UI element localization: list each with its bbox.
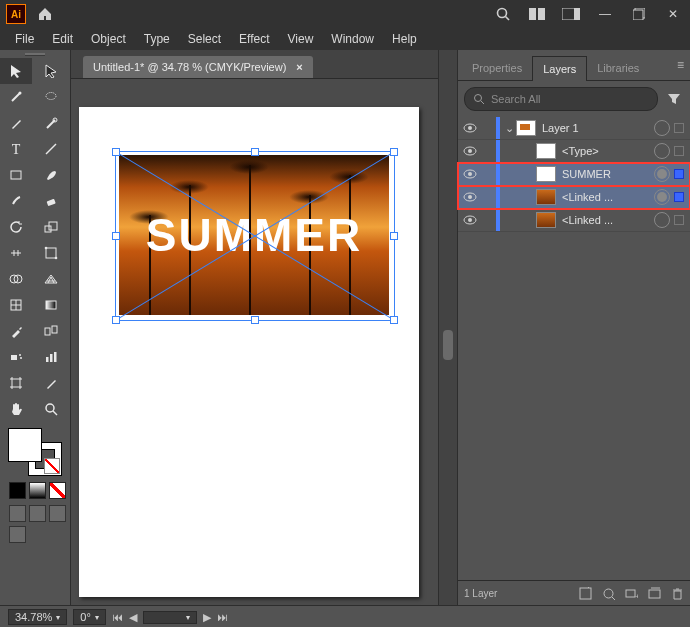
mesh-tool[interactable]: [0, 292, 32, 318]
free-transform-tool[interactable]: [35, 240, 67, 266]
blend-tool[interactable]: [35, 318, 67, 344]
artboard-tool[interactable]: [0, 370, 32, 396]
selection-indicator[interactable]: [674, 146, 684, 156]
menu-file[interactable]: File: [6, 29, 43, 49]
workspace-switcher-icon[interactable]: [554, 0, 588, 28]
document-tab[interactable]: Untitled-1* @ 34.78 % (CMYK/Preview) ×: [83, 56, 313, 78]
paintbrush-tool[interactable]: [35, 162, 67, 188]
layer-thumbnail[interactable]: [536, 212, 556, 228]
color-mode-icon[interactable]: [9, 482, 26, 499]
scrollbar-thumb[interactable]: [443, 330, 453, 360]
shape-builder-tool[interactable]: [0, 266, 32, 292]
artboard-prev-first-icon[interactable]: ⏮: [112, 611, 123, 623]
menu-window[interactable]: Window: [322, 29, 383, 49]
layer-name[interactable]: <Type>: [562, 145, 654, 157]
layer-thumbnail[interactable]: [536, 189, 556, 205]
screen-mode-icon[interactable]: [9, 526, 26, 543]
handle-se[interactable]: [390, 316, 398, 324]
search-icon[interactable]: [486, 0, 520, 28]
layer-thumbnail[interactable]: [536, 166, 556, 182]
magic-wand-tool[interactable]: [0, 84, 32, 110]
toolbox-grip[interactable]: [0, 50, 70, 58]
perspective-grid-tool[interactable]: [35, 266, 67, 292]
scale-tool[interactable]: [35, 214, 67, 240]
selection-indicator[interactable]: [674, 123, 684, 133]
shaper-tool[interactable]: [0, 188, 32, 214]
layer-name[interactable]: <Linked ...: [562, 214, 654, 226]
selection-bounding-box[interactable]: [115, 151, 395, 321]
layer-row[interactable]: <Linked ...: [458, 209, 690, 232]
artboard[interactable]: SUMMER: [79, 107, 419, 597]
selection-indicator[interactable]: [674, 192, 684, 202]
visibility-toggle-icon[interactable]: [458, 146, 482, 156]
fill-stroke-controls[interactable]: [0, 422, 70, 549]
width-tool[interactable]: [0, 240, 32, 266]
selection-indicator[interactable]: [674, 215, 684, 225]
handle-sw[interactable]: [112, 316, 120, 324]
handle-ne[interactable]: [390, 148, 398, 156]
panel-menu-icon[interactable]: ≡: [677, 58, 684, 72]
locate-object-icon[interactable]: [579, 587, 592, 600]
eyedropper-tool[interactable]: [0, 318, 32, 344]
artboard-next-last-icon[interactable]: ⏭: [217, 611, 228, 623]
handle-nw[interactable]: [112, 148, 120, 156]
target-icon[interactable]: [654, 166, 670, 182]
draw-inside-icon[interactable]: [49, 505, 66, 522]
zoom-tool[interactable]: [35, 396, 67, 422]
menu-object[interactable]: Object: [82, 29, 135, 49]
symbol-sprayer-tool[interactable]: [0, 344, 32, 370]
rotate-field[interactable]: 0°▾: [73, 609, 106, 625]
target-icon[interactable]: [654, 212, 670, 228]
gradient-mode-icon[interactable]: [29, 482, 46, 499]
window-restore-icon[interactable]: [622, 0, 656, 28]
rectangle-tool[interactable]: [0, 162, 32, 188]
target-icon[interactable]: [654, 120, 670, 136]
visibility-toggle-icon[interactable]: [458, 123, 482, 133]
pen-tool[interactable]: [0, 110, 32, 136]
home-icon[interactable]: [34, 3, 56, 25]
menu-edit[interactable]: Edit: [43, 29, 82, 49]
selection-indicator[interactable]: [674, 169, 684, 179]
layers-search-input[interactable]: Search All: [464, 87, 658, 111]
expand-toggle-icon[interactable]: ⌄: [502, 122, 516, 135]
hand-tool[interactable]: [0, 396, 32, 422]
handle-n[interactable]: [251, 148, 259, 156]
layer-name[interactable]: SUMMER: [562, 168, 654, 180]
close-tab-icon[interactable]: ×: [296, 61, 302, 73]
layer-row[interactable]: SUMMER: [458, 163, 690, 186]
target-icon[interactable]: [654, 143, 670, 159]
canvas[interactable]: SUMMER: [71, 79, 438, 605]
handle-s[interactable]: [251, 316, 259, 324]
visibility-toggle-icon[interactable]: [458, 192, 482, 202]
delete-layer-icon[interactable]: [671, 587, 684, 600]
menu-view[interactable]: View: [279, 29, 323, 49]
new-sublayer-icon[interactable]: +: [625, 587, 638, 600]
menu-help[interactable]: Help: [383, 29, 426, 49]
draw-normal-icon[interactable]: [9, 505, 26, 522]
layer-thumbnail[interactable]: [516, 120, 536, 136]
arrange-docs-icon[interactable]: [520, 0, 554, 28]
make-clipping-mask-icon[interactable]: [602, 587, 615, 600]
type-tool[interactable]: T: [0, 136, 32, 162]
window-minimize-icon[interactable]: —: [588, 0, 622, 28]
curvature-tool[interactable]: [35, 110, 67, 136]
menu-type[interactable]: Type: [135, 29, 179, 49]
artboard-next-icon[interactable]: ▶: [203, 611, 211, 624]
tab-properties[interactable]: Properties: [462, 56, 532, 80]
draw-behind-icon[interactable]: [29, 505, 46, 522]
tab-layers[interactable]: Layers: [532, 56, 587, 81]
tab-libraries[interactable]: Libraries: [587, 56, 649, 80]
selection-tool[interactable]: [0, 58, 32, 84]
handle-w[interactable]: [112, 232, 120, 240]
layer-name[interactable]: <Linked ...: [562, 191, 654, 203]
window-close-icon[interactable]: ✕: [656, 0, 690, 28]
layer-thumbnail[interactable]: [536, 143, 556, 159]
collapsed-panel-rail[interactable]: [438, 50, 457, 605]
layer-row[interactable]: ⌄Layer 1: [458, 117, 690, 140]
gradient-tool[interactable]: [35, 292, 67, 318]
swap-fill-stroke-icon[interactable]: [44, 458, 60, 474]
handle-e[interactable]: [390, 232, 398, 240]
visibility-toggle-icon[interactable]: [458, 215, 482, 225]
filter-icon[interactable]: [664, 88, 684, 110]
slice-tool[interactable]: [35, 370, 67, 396]
